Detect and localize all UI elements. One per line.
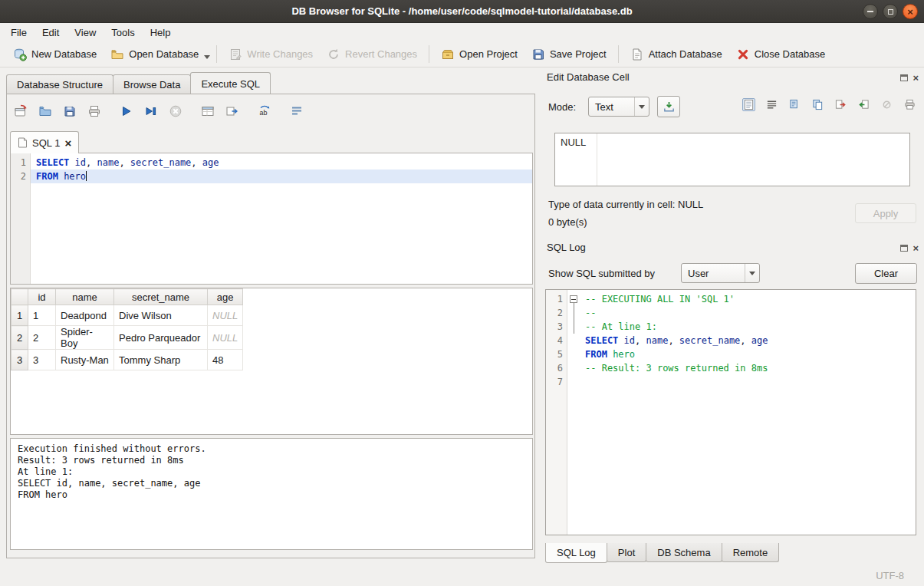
paste-cell-icon[interactable] bbox=[811, 98, 824, 111]
tab-db-schema[interactable]: DB Schema bbox=[646, 543, 722, 562]
find-replace-icon[interactable]: ab bbox=[257, 104, 272, 119]
close-sql-tab-icon[interactable]: × bbox=[64, 137, 71, 149]
open-project-button[interactable]: Open Project bbox=[434, 44, 524, 64]
maximize-button[interactable] bbox=[883, 4, 898, 19]
fold-collapse-icon[interactable] bbox=[567, 292, 580, 306]
save-project-label: Save Project bbox=[550, 48, 607, 60]
print-sql-icon[interactable] bbox=[87, 104, 102, 119]
text-document-icon[interactable] bbox=[742, 98, 755, 111]
mode-select[interactable]: Text bbox=[588, 97, 649, 117]
table-cell[interactable]: Tommy Sharp bbox=[114, 350, 208, 370]
titlebar[interactable]: DB Browser for SQLite - /home/user/code/… bbox=[0, 0, 924, 23]
code-line[interactable]: SELECT id, name, secret_name, age bbox=[31, 156, 532, 170]
tab-remote[interactable]: Remote bbox=[722, 543, 780, 562]
write-changes-icon bbox=[229, 48, 242, 61]
column-header-id[interactable]: id bbox=[28, 289, 56, 305]
minimize-button[interactable] bbox=[863, 4, 878, 19]
save-project-button[interactable]: Save Project bbox=[524, 44, 613, 64]
sql-tab[interactable]: SQL 1 × bbox=[10, 131, 79, 153]
table-cell[interactable]: Pedro Parqueador bbox=[114, 326, 208, 350]
table-cell[interactable]: 48 bbox=[208, 350, 243, 370]
table-cell[interactable]: NULL bbox=[208, 326, 243, 350]
tab-browse-data[interactable]: Browse Data bbox=[113, 74, 191, 94]
edit-cell-title: Edit Database Cell bbox=[547, 71, 630, 83]
close-database-button[interactable]: Close Database bbox=[729, 44, 833, 64]
cell-content: NULL bbox=[555, 133, 597, 186]
cell-size-info: 0 byte(s) bbox=[548, 216, 587, 228]
open-sql-file-icon[interactable] bbox=[38, 104, 53, 119]
copy-cell-icon[interactable] bbox=[788, 98, 801, 111]
clear-log-button[interactable]: Clear bbox=[855, 263, 917, 284]
execute-all-icon[interactable] bbox=[119, 104, 134, 119]
results-grid[interactable]: idnamesecret_nameage11DeadpondDive Wilso… bbox=[11, 288, 243, 370]
mode-label: Mode: bbox=[548, 101, 576, 113]
log-code[interactable]: -- EXECUTING ALL IN 'SQL 1'---- At line … bbox=[580, 290, 916, 535]
menu-view[interactable]: View bbox=[67, 25, 104, 41]
line-number: 5 bbox=[546, 347, 563, 361]
app-window: DB Browser for SQLite - /home/user/code/… bbox=[0, 0, 924, 586]
log-filter-select[interactable]: User bbox=[681, 263, 760, 283]
code-line[interactable]: -- EXECUTING ALL IN 'SQL 1' bbox=[580, 292, 916, 306]
results-area[interactable]: idnamesecret_nameage11DeadpondDive Wilso… bbox=[10, 288, 533, 435]
menu-edit[interactable]: Edit bbox=[35, 25, 67, 41]
word-wrap-cell-icon[interactable] bbox=[765, 98, 778, 111]
close-panel-icon[interactable]: × bbox=[912, 73, 919, 83]
tab-sql-log[interactable]: SQL Log bbox=[545, 543, 607, 563]
code-line[interactable]: FROM hero bbox=[580, 347, 916, 361]
save-results-view-icon[interactable] bbox=[200, 104, 215, 119]
row-number[interactable]: 2 bbox=[12, 326, 28, 350]
import-in-cell-button[interactable] bbox=[657, 96, 680, 117]
column-header-age[interactable]: age bbox=[208, 289, 243, 305]
code-line[interactable]: -- bbox=[580, 306, 916, 320]
save-sql-file-icon[interactable] bbox=[62, 104, 77, 119]
table-cell[interactable]: NULL bbox=[208, 305, 243, 326]
row-number[interactable]: 1 bbox=[12, 305, 28, 326]
main-tab-bar: Database Structure Browse Data Execute S… bbox=[6, 73, 270, 94]
fold-margin bbox=[567, 306, 580, 320]
code-line[interactable]: FROM hero bbox=[31, 170, 532, 183]
table-cell[interactable]: Deadpond bbox=[56, 305, 114, 326]
float-panel-icon[interactable] bbox=[900, 74, 908, 81]
code-line[interactable]: SELECT id, name, secret_name, age bbox=[580, 334, 916, 347]
table-cell[interactable]: 2 bbox=[28, 326, 56, 350]
menu-tools[interactable]: Tools bbox=[104, 25, 142, 41]
tab-label: DB Schema bbox=[657, 547, 710, 558]
sql-editor[interactable]: 12 SELECT id, name, secret_name, ageFROM… bbox=[10, 153, 533, 285]
editor-code[interactable]: SELECT id, name, secret_name, ageFROM he… bbox=[31, 153, 532, 284]
close-database-icon bbox=[736, 48, 750, 61]
code-line[interactable]: -- Result: 3 rows returned in 8ms bbox=[580, 361, 916, 375]
word-wrap-icon[interactable] bbox=[289, 104, 304, 119]
row-number[interactable]: 3 bbox=[12, 350, 28, 370]
export-cell-icon[interactable] bbox=[834, 98, 847, 111]
table-cell[interactable]: Spider-Boy bbox=[56, 326, 114, 350]
open-database-button[interactable]: Open Database bbox=[104, 44, 206, 64]
code-line[interactable]: -- At line 1: bbox=[580, 320, 916, 334]
table-cell[interactable]: 1 bbox=[28, 305, 56, 326]
code-line[interactable] bbox=[580, 375, 916, 389]
import-cell-icon[interactable] bbox=[857, 98, 870, 111]
execute-line-icon[interactable] bbox=[143, 104, 159, 119]
table-cell[interactable]: 3 bbox=[28, 350, 56, 370]
close-panel-icon[interactable]: × bbox=[912, 243, 919, 253]
left-panel: Database Structure Browse Data Execute S… bbox=[0, 67, 541, 565]
open-database-dropdown-icon[interactable] bbox=[204, 55, 210, 59]
new-database-button[interactable]: New Database bbox=[6, 44, 104, 64]
tab-database-structure[interactable]: Database Structure bbox=[6, 74, 113, 94]
column-header-name[interactable]: name bbox=[56, 289, 114, 305]
print-cell-icon[interactable] bbox=[903, 98, 916, 111]
fold-margin bbox=[567, 320, 580, 334]
menu-file[interactable]: File bbox=[3, 25, 35, 41]
export-results-icon[interactable] bbox=[225, 104, 240, 119]
table-cell[interactable]: Rusty-Man bbox=[56, 350, 114, 370]
float-panel-icon[interactable] bbox=[900, 245, 908, 252]
tab-execute-sql[interactable]: Execute SQL bbox=[190, 72, 271, 94]
close-button[interactable]: × bbox=[903, 4, 918, 19]
tab-plot[interactable]: Plot bbox=[607, 543, 646, 562]
table-cell[interactable]: Dive Wilson bbox=[114, 305, 208, 326]
sql-log-view[interactable]: 1234567 -- EXECUTING ALL IN 'SQL 1'---- … bbox=[545, 289, 916, 535]
attach-database-button[interactable]: Attach Database bbox=[623, 44, 729, 64]
new-tab-icon[interactable] bbox=[13, 104, 28, 119]
column-header-secret_name[interactable]: secret_name bbox=[114, 289, 208, 305]
cell-editor[interactable]: NULL bbox=[554, 133, 910, 186]
menu-help[interactable]: Help bbox=[143, 25, 179, 41]
